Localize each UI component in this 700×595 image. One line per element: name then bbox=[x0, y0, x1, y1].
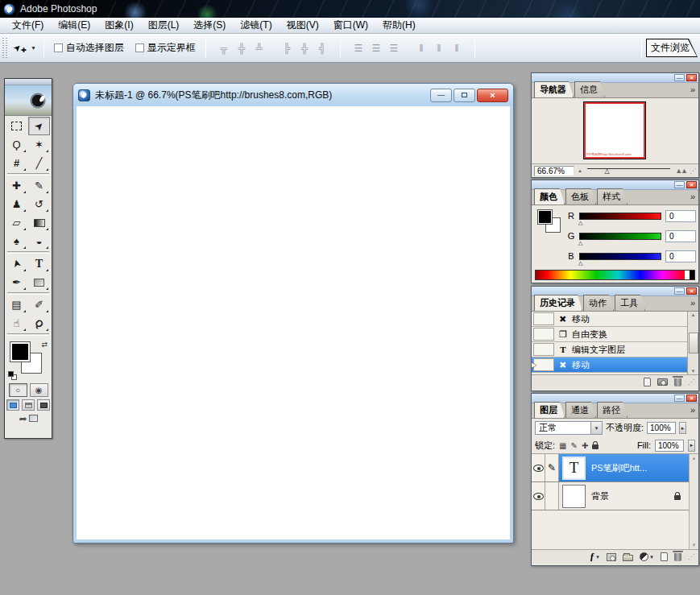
align-horizontal-center-icon[interactable]: ╬ bbox=[296, 43, 313, 54]
lock-transparency-icon[interactable]: ▦ bbox=[559, 441, 566, 450]
green-value-field[interactable]: 0 bbox=[665, 230, 696, 242]
panel-minimize-button[interactable]: — bbox=[674, 74, 685, 81]
file-browser-button[interactable]: 文件浏览 bbox=[646, 39, 698, 57]
healing-brush-tool[interactable]: ✚ bbox=[6, 176, 27, 195]
align-vertical-center-icon[interactable]: ╬ bbox=[233, 43, 251, 54]
history-state-move-1[interactable]: ✚ 移动 bbox=[532, 312, 698, 327]
panel-close-button[interactable]: × bbox=[686, 287, 697, 295]
tab-actions[interactable]: 动作 bbox=[583, 295, 614, 311]
layer-thumbnail[interactable]: T bbox=[562, 457, 586, 480]
history-pointer-icon[interactable]: ▶ bbox=[532, 361, 536, 369]
history-state-edit-type[interactable]: T 编辑文字图层 bbox=[532, 342, 698, 357]
layer-visibility-toggle[interactable] bbox=[532, 482, 545, 510]
restore-button[interactable] bbox=[454, 89, 475, 102]
layer-name[interactable]: PS笔刷吧htt... bbox=[591, 462, 647, 474]
panel-resize-grip[interactable]: ⋰ bbox=[690, 167, 696, 175]
default-colors-icon[interactable] bbox=[8, 371, 16, 379]
layer-name[interactable]: 背景 bbox=[591, 490, 609, 502]
opacity-spinner-icon[interactable]: ▸ bbox=[679, 422, 686, 434]
checkbox-icon[interactable] bbox=[135, 43, 144, 52]
menu-item-filter[interactable]: 滤镜(T) bbox=[233, 17, 279, 34]
jump-to-imageready-button[interactable]: ➦ bbox=[19, 413, 37, 424]
layer-link-well[interactable]: ✎ bbox=[545, 454, 559, 481]
eraser-tool[interactable]: ▱ bbox=[6, 213, 27, 232]
panel-menu-icon[interactable]: » bbox=[690, 192, 694, 201]
pen-tool[interactable]: ✒ bbox=[6, 273, 27, 291]
history-well[interactable] bbox=[533, 343, 554, 356]
notes-tool[interactable]: ▤ bbox=[6, 295, 27, 314]
options-bar-grip[interactable] bbox=[2, 38, 7, 59]
menu-item-window[interactable]: 窗口(W) bbox=[326, 17, 375, 34]
layer-row-type[interactable]: ✎ T PS笔刷吧htt... bbox=[532, 454, 698, 482]
tab-history[interactable]: 历史记录 bbox=[534, 295, 582, 311]
scroll-down-icon[interactable]: ▼ bbox=[692, 543, 697, 547]
new-document-from-state-icon[interactable] bbox=[644, 378, 651, 386]
tab-channels[interactable]: 通道 bbox=[565, 402, 596, 418]
panel-minimize-button[interactable]: — bbox=[674, 181, 685, 188]
minimize-button[interactable]: — bbox=[430, 89, 452, 102]
lock-paint-icon[interactable]: ✎ bbox=[571, 441, 578, 450]
swap-colors-icon[interactable]: ⇄ bbox=[41, 341, 48, 349]
adjustment-layer-button[interactable]: ▼ bbox=[640, 552, 654, 561]
opacity-field[interactable]: 100% bbox=[647, 422, 676, 434]
red-slider[interactable]: △ bbox=[579, 213, 661, 220]
new-layer-icon[interactable] bbox=[661, 552, 668, 561]
zoom-out-icon[interactable]: ▲ bbox=[578, 168, 582, 173]
panel-close-button[interactable]: × bbox=[686, 74, 697, 81]
panel-menu-icon[interactable]: » bbox=[690, 298, 694, 308]
menu-item-file[interactable]: 文件(F) bbox=[5, 17, 51, 34]
tab-info[interactable]: 信息 bbox=[574, 81, 605, 97]
eye-icon[interactable] bbox=[533, 493, 544, 500]
rectangular-marquee-tool[interactable] bbox=[6, 117, 27, 135]
fullscreen-menubar-mode-button[interactable] bbox=[22, 399, 35, 411]
document-titlebar[interactable]: 未标题-1 @ 66.7%(PS笔刷吧http://brushes8.com,R… bbox=[73, 84, 513, 106]
layer-thumbnail[interactable] bbox=[562, 485, 586, 508]
standard-screen-mode-button[interactable] bbox=[6, 399, 19, 411]
eyedropper-tool[interactable]: ✐ bbox=[28, 295, 50, 314]
blue-value-field[interactable]: 0 bbox=[665, 250, 696, 262]
menu-item-layer[interactable]: 图层(L) bbox=[141, 17, 187, 34]
scroll-up-icon[interactable]: ▲ bbox=[691, 312, 696, 317]
hand-tool[interactable]: ☝ bbox=[6, 314, 27, 333]
green-slider[interactable]: △ bbox=[579, 233, 661, 240]
auto-select-layer-checkbox[interactable]: 自动选择图层 bbox=[54, 41, 124, 55]
color-spectrum-ramp[interactable] bbox=[535, 270, 695, 280]
canvas[interactable] bbox=[77, 106, 510, 539]
fill-spinner-icon[interactable]: ▸ bbox=[688, 440, 695, 452]
scroll-up-icon[interactable]: ▲ bbox=[692, 456, 697, 461]
slice-tool[interactable]: ╱ bbox=[28, 154, 50, 172]
distribute-right-icon[interactable]: ‖ bbox=[448, 43, 466, 54]
tab-color[interactable]: 颜色 bbox=[534, 188, 565, 205]
fill-field[interactable]: 100% bbox=[655, 440, 684, 452]
layer-row-background[interactable]: 背景 bbox=[532, 482, 698, 510]
crop-tool[interactable]: # bbox=[6, 154, 27, 172]
shape-tool[interactable] bbox=[28, 273, 50, 291]
scroll-down-icon[interactable]: ▼ bbox=[691, 369, 696, 374]
blur-tool[interactable]: ♠ bbox=[6, 232, 27, 250]
panel-minimize-button[interactable]: — bbox=[674, 287, 685, 295]
red-value-field[interactable]: 0 bbox=[665, 210, 696, 222]
layer-style-button[interactable]: ƒ▼ bbox=[590, 551, 600, 563]
tab-layers[interactable]: 图层 bbox=[534, 402, 565, 418]
tab-swatches[interactable]: 色板 bbox=[565, 188, 596, 205]
close-button[interactable]: × bbox=[477, 89, 508, 102]
clone-stamp-tool[interactable]: ♟ bbox=[6, 195, 27, 213]
toolbox-titlebar[interactable] bbox=[5, 79, 52, 85]
distribute-vertical-center-icon[interactable]: ☰ bbox=[367, 43, 385, 54]
panel-minimize-button[interactable]: — bbox=[674, 395, 685, 402]
lock-position-icon[interactable]: ✚ bbox=[582, 441, 588, 450]
dropdown-arrow-icon[interactable]: ▼ bbox=[590, 422, 602, 434]
foreground-color-swatch[interactable] bbox=[10, 342, 30, 362]
panel-menu-icon[interactable]: » bbox=[690, 85, 694, 94]
panel-menu-icon[interactable]: » bbox=[690, 405, 694, 415]
navigator-proxy-view[interactable]: PS笔刷吧http://brushes8.com bbox=[583, 101, 646, 159]
align-right-icon[interactable]: ╣ bbox=[313, 43, 331, 54]
tab-navigator[interactable]: 导航器 bbox=[534, 81, 574, 97]
align-top-icon[interactable]: ╦ bbox=[215, 43, 233, 54]
lock-all-icon[interactable] bbox=[592, 444, 599, 449]
new-group-icon[interactable] bbox=[623, 555, 633, 561]
panel-resize-grip[interactable]: ⋰ bbox=[688, 378, 694, 386]
layer-visibility-toggle[interactable] bbox=[532, 454, 545, 481]
blend-mode-dropdown[interactable]: 正常 ▼ bbox=[535, 421, 603, 435]
navigator-zoom-slider[interactable]: △ bbox=[586, 166, 672, 176]
